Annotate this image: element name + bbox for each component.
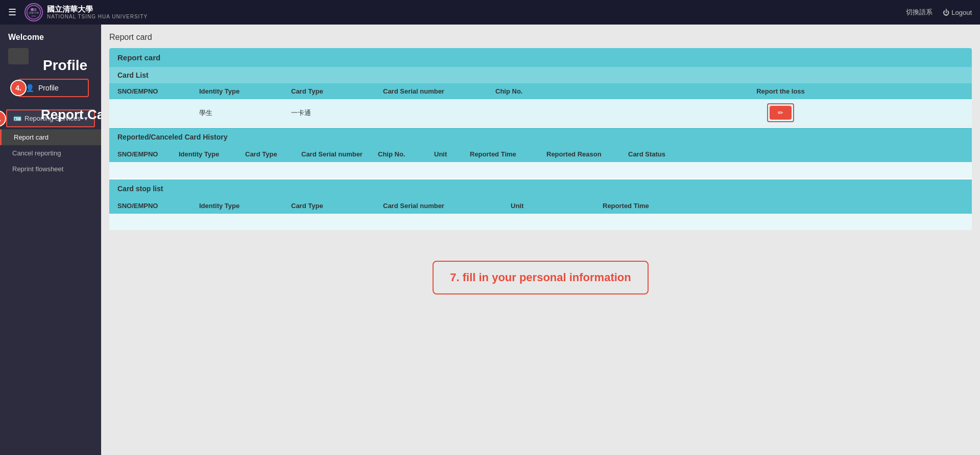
step-4-circle: 4. [10, 80, 27, 96]
report-card-panel: Report card Card List SNO/EMPNO Identity… [109, 48, 972, 230]
sidebar-welcome: Welcome [0, 25, 101, 46]
stop-list-columns-header: SNO/EMPNO Identity Type Card Type Card S… [109, 198, 972, 214]
row-card-type: 一卡通 [291, 108, 383, 118]
pencil-icon: ✏ [778, 109, 783, 117]
stop-col-unit: Unit [511, 202, 603, 210]
col-chip-no: Chip No. [495, 87, 597, 95]
profile-big-label: Profile [43, 57, 87, 74]
stop-col-card-type: Card Type [291, 202, 383, 210]
svg-text:清華大學: 清華大學 [29, 11, 39, 14]
stop-col-sno: SNO/EMPNO [117, 202, 199, 210]
history-columns-header: SNO/EMPNO Identity Type Card Type Card S… [109, 146, 972, 162]
instruction-text: 7. fill in your personal information [450, 271, 631, 284]
col-report-loss: Report the loss Report the loss 6. [597, 87, 964, 95]
reporting-services-section: 🪪 Reporting Services ▾ 5. Report Card [0, 107, 101, 177]
hist-col-sno: SNO/EMPNO [117, 150, 179, 158]
logout-button[interactable]: ⏻ Logout [943, 9, 972, 16]
col-identity-type: Identity Type [199, 87, 291, 95]
report-loss-btn-wrapper: ✏ [767, 103, 794, 122]
content-area: Report card Report card Card List SNO/EM… [101, 25, 980, 455]
sidebar-item-reprint-flowsheet[interactable]: Reprint flowsheet [0, 161, 101, 177]
hist-col-chip: Chip No. [378, 150, 434, 158]
page-title: Report card [109, 33, 972, 42]
main-layout: Welcome 👤 Profile 4. Profile [0, 25, 980, 455]
row-identity-type: 學生 [199, 108, 291, 118]
row-report-loss: ✏ [597, 103, 964, 122]
svg-text:國立: 國立 [31, 8, 37, 11]
svg-text:NTHU: NTHU [31, 15, 36, 17]
logo-icon: 國立 清華大學 NTHU [25, 3, 43, 21]
hist-col-status: Card Status [628, 150, 689, 158]
panel-header: Report card [109, 48, 972, 67]
power-icon: ⏻ [943, 9, 949, 16]
stop-list-empty-row [109, 214, 972, 230]
hist-col-card-type: Card Type [245, 150, 301, 158]
hist-col-serial: Card Serial number [301, 150, 378, 158]
chevron-down-icon: ▾ [84, 115, 88, 122]
hist-col-reported-time: Reported Time [470, 150, 546, 158]
instruction-area: 7. fill in your personal information [109, 240, 972, 315]
hist-col-unit: Unit [434, 150, 470, 158]
reported-history-header: Reported/Canceled Card History [109, 128, 972, 146]
logo-area: 國立 清華大學 NTHU 國立清華大學 NATIONAL TSING HUA U… [25, 3, 148, 21]
hist-col-identity: Identity Type [179, 150, 245, 158]
stop-col-identity: Identity Type [199, 202, 291, 210]
profile-button[interactable]: 👤 Profile 4. [18, 79, 89, 97]
col-sno: SNO/EMPNO [117, 87, 199, 95]
sidebar-item-report-card[interactable]: Report card [0, 129, 101, 145]
card-list-columns-header: SNO/EMPNO Identity Type Card Type Card S… [109, 83, 972, 99]
step-5-circle: 5. [0, 110, 6, 127]
nav-right: 切換語系 ⏻ Logout [906, 8, 972, 17]
sidebar-item-cancel-reporting[interactable]: Cancel reporting [0, 145, 101, 161]
card-list-data-row: 學生 一卡通 ✏ [109, 99, 972, 127]
report-loss-button[interactable]: ✏ [770, 106, 792, 120]
reporting-services-header[interactable]: 🪪 Reporting Services ▾ 5. [6, 109, 95, 127]
lang-switch[interactable]: 切換語系 [906, 8, 933, 17]
stop-col-serial: Card Serial number [383, 202, 511, 210]
col-card-type: Card Type [291, 87, 383, 95]
col-card-serial: Card Serial number [383, 87, 495, 95]
card-list-header: Card List [109, 67, 972, 83]
sidebar: Welcome 👤 Profile 4. Profile [0, 25, 101, 455]
avatar [8, 48, 29, 64]
card-stop-list-header: Card stop list [109, 179, 972, 198]
top-nav: ☰ 國立 清華大學 NTHU 國立清華大學 NATIONAL TSING HUA… [0, 0, 980, 25]
history-empty-row [109, 162, 972, 178]
user-icon: 👤 [26, 84, 34, 92]
instruction-box: 7. fill in your personal information [433, 261, 648, 294]
stop-col-time: Reported Time [603, 202, 705, 210]
hamburger-icon[interactable]: ☰ [8, 7, 16, 18]
logo-text: 國立清華大學 NATIONAL TSING HUA UNIVERSITY [47, 5, 148, 20]
id-card-icon: 🪪 [13, 115, 21, 122]
hist-col-reason: Reported Reason [546, 150, 628, 158]
